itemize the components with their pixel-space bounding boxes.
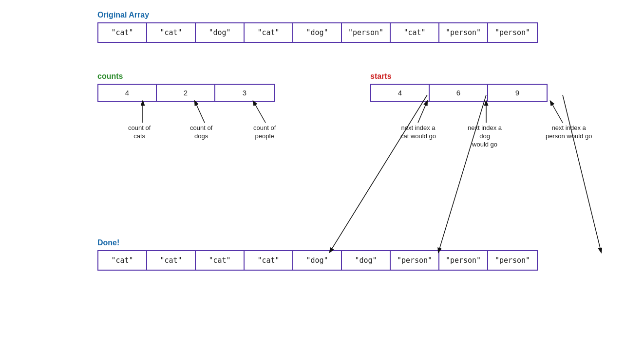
original-array-cell: "dog" bbox=[196, 23, 245, 42]
done-array-cell: "cat" bbox=[147, 251, 196, 270]
svg-line-8 bbox=[563, 95, 601, 252]
count-cats-annotation: count ofcats bbox=[128, 124, 151, 141]
svg-line-5 bbox=[550, 101, 563, 123]
done-array-cell: "person" bbox=[488, 251, 537, 270]
done-array-cell: "cat" bbox=[245, 251, 293, 270]
original-array-cell: "person" bbox=[342, 23, 391, 42]
done-array-cell: "person" bbox=[439, 251, 488, 270]
original-array-cell: "cat" bbox=[245, 23, 293, 42]
starts-cat-annotation: next index acat would go bbox=[400, 124, 436, 141]
original-array-cell: "cat" bbox=[147, 23, 196, 42]
svg-line-1 bbox=[195, 101, 205, 123]
arrows-svg bbox=[0, 0, 644, 348]
svg-line-2 bbox=[253, 101, 265, 123]
count-dogs-annotation: count ofdogs bbox=[190, 124, 212, 141]
svg-line-6 bbox=[330, 95, 427, 252]
starts-person-annotation: next index aperson would go bbox=[546, 124, 592, 141]
starts-array-cell: 4 bbox=[371, 85, 430, 101]
count-people-annotation: count ofpeople bbox=[253, 124, 276, 141]
original-array: "cat""cat""dog""cat""dog""person""cat""p… bbox=[97, 22, 538, 43]
counts-label: counts bbox=[97, 72, 275, 81]
original-array-section: Original Array "cat""cat""dog""cat""dog"… bbox=[97, 11, 538, 43]
original-array-cell: "cat" bbox=[391, 23, 439, 42]
done-array-cell: "person" bbox=[391, 251, 439, 270]
svg-line-3 bbox=[418, 101, 427, 123]
starts-array-cell: 9 bbox=[488, 85, 547, 101]
done-array-cell: "dog" bbox=[342, 251, 391, 270]
starts-array-cell: 6 bbox=[430, 85, 488, 101]
done-section: Done! "cat""cat""cat""cat""dog""dog""per… bbox=[97, 238, 538, 271]
counts-section: counts 423 bbox=[97, 72, 275, 102]
done-array: "cat""cat""cat""cat""dog""dog""person""p… bbox=[97, 250, 538, 271]
counts-array: 423 bbox=[97, 84, 275, 102]
counts-array-cell: 2 bbox=[157, 85, 215, 101]
svg-line-7 bbox=[438, 95, 486, 252]
original-array-cell: "person" bbox=[488, 23, 537, 42]
starts-array: 469 bbox=[370, 84, 548, 102]
starts-label: starts bbox=[370, 72, 548, 81]
counts-array-cell: 3 bbox=[215, 85, 274, 101]
done-array-cell: "cat" bbox=[196, 251, 245, 270]
counts-array-cell: 4 bbox=[98, 85, 157, 101]
starts-section: starts 469 bbox=[370, 72, 548, 102]
original-array-cell: "cat" bbox=[98, 23, 147, 42]
done-label: Done! bbox=[97, 238, 538, 247]
done-array-cell: "dog" bbox=[293, 251, 342, 270]
starts-dog-annotation: next index adogwould go bbox=[468, 124, 502, 149]
original-array-label: Original Array bbox=[97, 11, 538, 19]
original-array-cell: "person" bbox=[439, 23, 488, 42]
done-array-cell: "cat" bbox=[98, 251, 147, 270]
original-array-cell: "dog" bbox=[293, 23, 342, 42]
